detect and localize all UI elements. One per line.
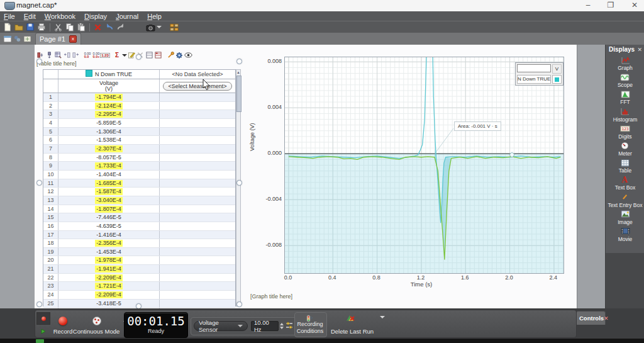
palette-item-fft[interactable]: FFT bbox=[620, 90, 631, 107]
visibility-eye-icon[interactable] bbox=[184, 51, 192, 59]
graph-plot-area[interactable] bbox=[284, 57, 564, 274]
controls-panel-tab[interactable]: Controls ✕ bbox=[576, 311, 606, 325]
voltage-cell[interactable]: -8.057E-5 bbox=[58, 154, 160, 162]
snapshot-dropdown-icon[interactable] bbox=[157, 22, 162, 32]
displays-panel-close-icon[interactable]: ✕ bbox=[637, 47, 642, 53]
voltage-cell[interactable]: -3.040E-4 bbox=[58, 196, 160, 205]
maximize-button[interactable]: ❐ bbox=[601, 1, 620, 11]
table-measurement-header[interactable]: Voltage (V) bbox=[58, 79, 160, 93]
voltage-cell[interactable]: -1.807E-4 bbox=[58, 205, 160, 213]
voltage-cell[interactable]: -2.124E-4 bbox=[58, 102, 160, 110]
add-page-icon[interactable] bbox=[23, 34, 32, 44]
voltage-cell[interactable]: -1.794E-4 bbox=[58, 93, 160, 101]
area-annotation[interactable]: Area: -0.001 V · s bbox=[454, 121, 501, 131]
common-rate-icon[interactable] bbox=[285, 321, 294, 332]
insert-rows-icon[interactable] bbox=[36, 51, 45, 59]
empty-cell[interactable] bbox=[160, 154, 235, 162]
new-file-icon[interactable] bbox=[2, 22, 13, 32]
selection-handle[interactable] bbox=[236, 59, 242, 64]
empty-cell[interactable] bbox=[160, 171, 235, 179]
empty-cell[interactable] bbox=[160, 205, 235, 213]
play-mode-icon[interactable] bbox=[36, 325, 50, 337]
empty-cell[interactable] bbox=[160, 119, 235, 127]
insert-column-after-icon[interactable] bbox=[71, 51, 80, 59]
print-icon[interactable] bbox=[36, 22, 47, 32]
empty-cell[interactable] bbox=[160, 222, 235, 230]
selection-handle[interactable] bbox=[236, 180, 242, 186]
empty-cell[interactable] bbox=[160, 110, 235, 118]
select-measurement-button[interactable]: <Select Measurement> bbox=[163, 82, 231, 91]
empty-cell[interactable] bbox=[160, 162, 235, 170]
palette-item-digits[interactable]: 123 Digits bbox=[618, 125, 631, 142]
legend-measurement-input[interactable] bbox=[517, 64, 551, 72]
empty-cell[interactable] bbox=[160, 239, 235, 247]
palette-item-graph[interactable]: Graph bbox=[618, 56, 633, 73]
legend-run-swatch[interactable] bbox=[555, 77, 559, 82]
voltage-cell[interactable]: -1.721E-4 bbox=[58, 282, 160, 290]
voltage-cell[interactable]: -1.733E-4 bbox=[58, 162, 160, 170]
voltage-cell[interactable]: -4.639E-5 bbox=[58, 222, 160, 230]
empty-cell[interactable] bbox=[160, 282, 235, 290]
pin-tools-icon[interactable] bbox=[166, 51, 175, 59]
empty-cell[interactable] bbox=[160, 291, 235, 299]
tab-page-1[interactable]: Page #1 x bbox=[35, 33, 81, 45]
edit-data-icon[interactable] bbox=[127, 51, 136, 59]
voltage-cell[interactable]: -1.587E-4 bbox=[58, 188, 160, 196]
legend-run-label[interactable]: N Down TRUE bbox=[517, 75, 551, 84]
palette-item-image[interactable]: Image bbox=[618, 210, 633, 227]
continuous-mode-icon[interactable] bbox=[92, 317, 101, 325]
snapshot-camera-icon[interactable] bbox=[145, 22, 156, 32]
insert-column-before-icon[interactable] bbox=[62, 51, 71, 59]
voltage-cell[interactable]: -5.859E-5 bbox=[58, 119, 160, 127]
record-mode-icon[interactable] bbox=[36, 312, 50, 325]
number-format-icon[interactable]: 1.23 bbox=[101, 51, 109, 59]
empty-cell[interactable] bbox=[160, 265, 235, 273]
controls-panel-close-icon[interactable]: ✕ bbox=[604, 315, 609, 322]
voltage-cell[interactable]: -2.209E-4 bbox=[58, 291, 160, 299]
menu-edit[interactable]: Edit bbox=[24, 13, 36, 20]
voltage-cell[interactable]: -2.209E-4 bbox=[58, 274, 160, 282]
palette-item-meter[interactable]: Meter bbox=[618, 142, 632, 159]
delete-icon[interactable] bbox=[92, 22, 103, 32]
voltage-cell[interactable]: -1.941E-4 bbox=[58, 265, 160, 273]
voltage-cell[interactable]: -1.416E-4 bbox=[58, 231, 160, 239]
workbook-view-icon[interactable] bbox=[3, 34, 12, 44]
sample-rate-field[interactable]: 10.00 Hz bbox=[251, 321, 279, 331]
redo-icon[interactable] bbox=[115, 22, 126, 32]
scroll-up-icon[interactable]: ▲ bbox=[236, 70, 240, 75]
table-properties-icon[interactable] bbox=[53, 51, 62, 59]
empty-cell[interactable] bbox=[160, 231, 235, 239]
sample-rate-stepper[interactable] bbox=[280, 321, 284, 331]
menu-help[interactable]: Help bbox=[147, 13, 162, 20]
selection-handle[interactable] bbox=[36, 59, 42, 64]
palette-item-histogram[interactable]: Histogram bbox=[613, 108, 638, 125]
empty-cell[interactable] bbox=[160, 188, 235, 196]
voltage-cell[interactable]: -3.418E-5 bbox=[58, 300, 160, 308]
table-title-placeholder[interactable]: [Table title here] bbox=[36, 60, 77, 67]
delete-last-run-button[interactable]: Delete Last Run bbox=[326, 328, 379, 335]
open-file-icon[interactable] bbox=[13, 22, 24, 32]
delete-run-dropdown-icon[interactable] bbox=[380, 318, 385, 330]
properties-gear-icon[interactable] bbox=[175, 51, 184, 59]
selection-handle[interactable] bbox=[236, 301, 242, 307]
voltage-cell[interactable]: -1.306E-4 bbox=[58, 128, 160, 136]
voltage-cell[interactable]: -2.307E-4 bbox=[58, 145, 160, 153]
copy-icon[interactable] bbox=[64, 22, 75, 32]
record-icon[interactable] bbox=[58, 317, 67, 325]
table-scrollbar[interactable]: ▲ ▼ bbox=[236, 69, 241, 306]
show-runs-icon[interactable] bbox=[153, 51, 162, 59]
voltage-cell[interactable]: -1.453E-4 bbox=[58, 248, 160, 256]
selection-handle[interactable] bbox=[36, 180, 42, 186]
palette-item-text-box[interactable]: A Text Box bbox=[615, 176, 636, 193]
statistics-sigma-icon[interactable]: Σ bbox=[113, 51, 121, 59]
empty-cell[interactable] bbox=[160, 93, 235, 101]
empty-cell[interactable] bbox=[160, 256, 235, 264]
empty-cell[interactable] bbox=[160, 145, 235, 153]
menu-journal[interactable]: Journal bbox=[116, 13, 138, 20]
scrollbar-thumb[interactable] bbox=[236, 76, 242, 112]
empty-cell[interactable] bbox=[160, 102, 235, 110]
undo-icon[interactable] bbox=[104, 22, 114, 32]
append-row-icon[interactable] bbox=[45, 51, 53, 59]
cut-icon[interactable] bbox=[53, 22, 64, 32]
menu-file[interactable]: File bbox=[4, 13, 15, 20]
